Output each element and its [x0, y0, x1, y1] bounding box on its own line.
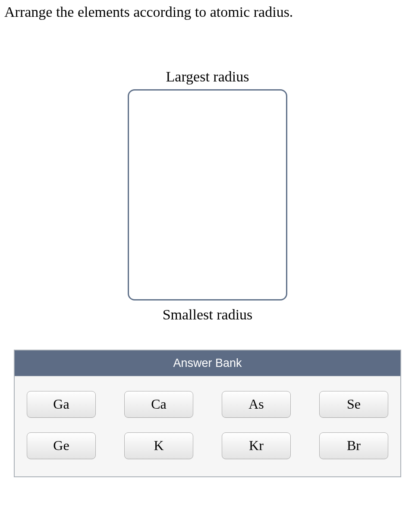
- answer-chip[interactable]: K: [124, 432, 193, 459]
- answer-chip[interactable]: Ga: [27, 391, 96, 418]
- answer-bank-body: Ga Ca As Se Ge K Kr Br: [15, 376, 400, 476]
- rank-label-bottom: Smallest radius: [163, 307, 253, 323]
- answer-chip[interactable]: As: [222, 391, 291, 418]
- ranking-drop-zone[interactable]: [128, 89, 287, 300]
- answer-bank: Answer Bank Ga Ca As Se Ge K Kr Br: [14, 350, 401, 477]
- answer-bank-title: Answer Bank: [15, 350, 400, 376]
- answer-chip[interactable]: Ge: [27, 432, 96, 459]
- rank-label-top: Largest radius: [166, 69, 249, 85]
- question-text: Arrange the elements according to atomic…: [4, 3, 411, 21]
- answer-chip[interactable]: Kr: [222, 432, 291, 459]
- answer-chip[interactable]: Ca: [124, 391, 193, 418]
- answer-chip[interactable]: Se: [319, 391, 388, 418]
- ranking-area: Largest radius Smallest radius: [4, 69, 411, 323]
- answer-chip[interactable]: Br: [319, 432, 388, 459]
